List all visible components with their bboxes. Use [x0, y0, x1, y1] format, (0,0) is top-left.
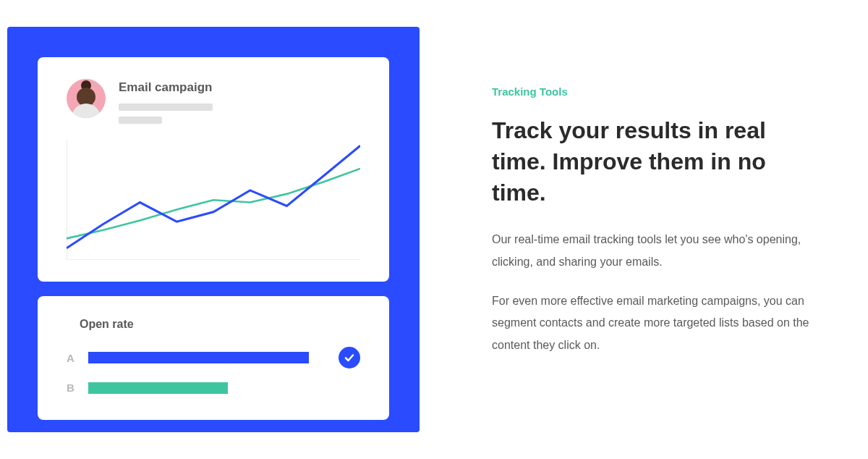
bar-label-b: B — [67, 382, 78, 394]
headline: Track your results in real time. Improve… — [492, 115, 817, 209]
campaign-card: Email campaign — [38, 57, 389, 282]
feature-copy: Tracking Tools Track your results in rea… — [492, 85, 846, 374]
bar-row-b: B — [67, 382, 360, 394]
open-rate-card: Open rate A B — [38, 296, 389, 420]
eyebrow: Tracking Tools — [492, 85, 817, 98]
campaign-title: Email campaign — [119, 80, 213, 95]
check-icon — [339, 347, 360, 369]
bar-track — [88, 382, 328, 394]
campaign-header: Email campaign — [67, 79, 360, 124]
line-chart — [67, 140, 360, 260]
bar-track — [88, 352, 328, 363]
bar-fill-a — [88, 352, 309, 363]
line-chart-svg — [67, 140, 360, 260]
avatar — [67, 79, 106, 118]
paragraph: Our real-time email tracking tools let y… — [492, 229, 817, 273]
open-rate-title: Open rate — [80, 318, 360, 331]
skeleton-line — [119, 117, 162, 124]
skeleton-line — [119, 104, 213, 111]
bar-label-a: A — [67, 352, 78, 364]
feature-section: Email campaign Open rate A — [0, 27, 868, 432]
paragraph: For even more effective email marketing … — [492, 290, 817, 356]
campaign-header-text: Email campaign — [119, 79, 213, 124]
bar-fill-b — [88, 382, 228, 394]
tracking-illustration: Email campaign Open rate A — [7, 27, 420, 432]
bar-row-a: A — [67, 347, 360, 369]
